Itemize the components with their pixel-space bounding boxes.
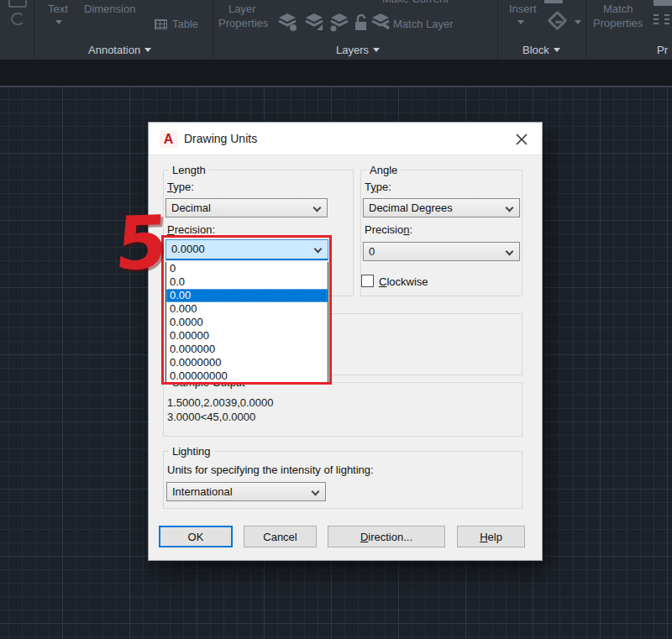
make-current-button[interactable]: Make Current xyxy=(382,0,449,5)
chevron-down-icon xyxy=(313,204,322,212)
chevron-down-icon xyxy=(312,488,320,496)
dialog-title: Drawing Units xyxy=(184,132,257,145)
insert-button[interactable]: Insert xyxy=(509,3,537,15)
length-type-label: Type: xyxy=(167,181,194,193)
angle-type-label: Type: xyxy=(365,181,391,193)
layer-properties-button-line2[interactable]: Properties xyxy=(218,17,268,29)
angle-precision-combobox[interactable]: 0 xyxy=(363,242,520,261)
lighting-caption: Units for specifying the intensity of li… xyxy=(167,464,374,476)
dimension-button[interactable]: Dimension xyxy=(84,3,135,15)
text-button[interactable]: Text xyxy=(48,3,68,15)
sample-output-group xyxy=(163,382,522,437)
unlock-icon[interactable] xyxy=(353,13,370,32)
clockwise-checkbox[interactable] xyxy=(361,275,374,287)
panel-expand-icon xyxy=(373,48,380,52)
panel-separator xyxy=(34,0,34,60)
panel-separator xyxy=(497,0,498,60)
dialog-titlebar[interactable]: A Drawing Units xyxy=(149,123,542,155)
chevron-down-icon xyxy=(506,204,514,212)
match-properties-icon[interactable] xyxy=(654,12,669,24)
spline-icon xyxy=(11,13,25,25)
match-layer-icon[interactable] xyxy=(370,13,391,32)
dropdown-caret-icon[interactable] xyxy=(517,20,524,24)
lighting-units-combobox[interactable]: International xyxy=(166,482,326,501)
panel-separator xyxy=(585,0,586,60)
layers-panel-label[interactable]: Layers xyxy=(336,44,380,56)
close-icon[interactable] xyxy=(513,131,530,148)
chevron-down-icon xyxy=(506,248,514,256)
layer-isolate-icon[interactable] xyxy=(304,13,324,32)
autocad-logo-icon: A xyxy=(160,130,177,148)
block-edit-icon[interactable] xyxy=(547,10,567,30)
sample-output-line2: 3.0000<45,0.0000 xyxy=(167,411,255,423)
angle-group-label: Angle xyxy=(366,164,401,176)
angle-precision-label: Precision: xyxy=(365,223,412,236)
clipboard-icon xyxy=(8,0,27,8)
clockwise-label[interactable]: Clockwise xyxy=(379,275,428,288)
clipped-icon xyxy=(654,0,672,6)
angle-type-combobox[interactable]: Decimal Degrees xyxy=(363,198,520,217)
annotation-highlight-rectangle xyxy=(161,235,332,385)
lighting-group-label: Lighting xyxy=(169,445,214,458)
toolbar-strip xyxy=(0,60,672,86)
layer-properties-button[interactable]: Layer xyxy=(228,3,256,15)
properties-panel-label[interactable]: Pr xyxy=(657,44,668,56)
sample-output-line1: 1.5000,2.0039,0.0000 xyxy=(167,396,274,409)
match-layer-button[interactable]: Match Layer xyxy=(393,18,454,30)
direction-button[interactable]: Direction... xyxy=(328,526,445,547)
panel-separator xyxy=(213,0,213,60)
table-icon xyxy=(155,19,167,29)
block-panel-label[interactable]: Block xyxy=(522,44,560,56)
dropdown-caret-icon[interactable] xyxy=(575,20,581,24)
dropdown-caret-icon[interactable] xyxy=(55,20,62,24)
ok-button[interactable]: OK xyxy=(159,526,233,547)
layer-sun-icon[interactable] xyxy=(329,13,349,32)
drawing-units-dialog: A Drawing Units Length Type: Decimal Pre… xyxy=(148,122,543,561)
length-group-label: Length xyxy=(169,164,209,176)
table-button[interactable]: Table xyxy=(172,18,198,30)
length-precision-label: Precision: xyxy=(167,223,215,236)
clipped-icon xyxy=(544,0,563,3)
panel-expand-icon xyxy=(144,48,151,52)
ribbon: Text Dimension Table Annotation Layer Pr… xyxy=(0,0,672,60)
match-properties-button[interactable]: Match xyxy=(603,3,633,15)
cancel-button[interactable]: Cancel xyxy=(244,526,317,547)
layer-freeze-icon[interactable] xyxy=(277,13,297,32)
length-type-combobox[interactable]: Decimal xyxy=(165,198,328,217)
panel-expand-icon xyxy=(554,48,560,52)
help-button[interactable]: Help xyxy=(457,526,525,547)
match-properties-button-line2[interactable]: Properties xyxy=(593,17,643,29)
annotation-step-number: 5 xyxy=(113,206,171,281)
annotation-panel-label[interactable]: Annotation xyxy=(88,44,151,56)
